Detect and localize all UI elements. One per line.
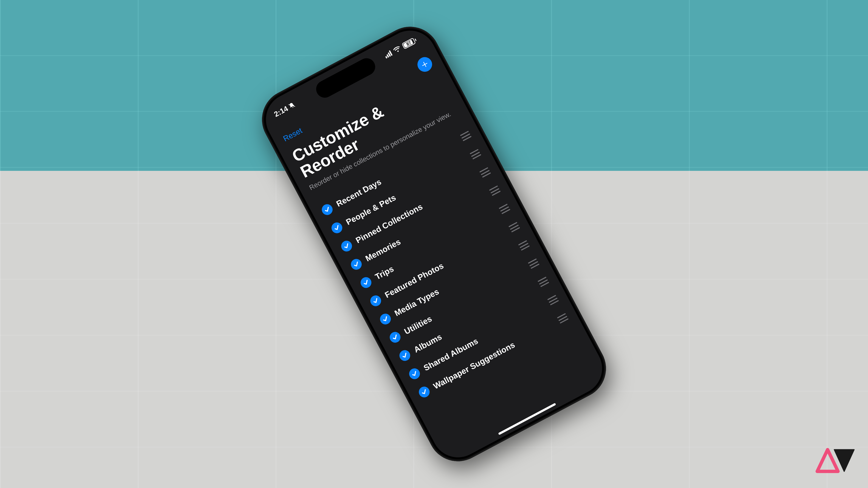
drag-handle-icon[interactable] [518, 240, 530, 251]
drag-handle-icon[interactable] [528, 258, 539, 269]
checkmark-toggle[interactable] [368, 293, 383, 308]
drag-handle-icon[interactable] [537, 277, 549, 287]
checkmark-toggle[interactable] [407, 366, 422, 381]
drag-handle-icon[interactable] [489, 186, 501, 196]
checkmark-toggle[interactable] [398, 348, 412, 363]
battery-percent: 87 [405, 40, 412, 47]
drag-handle-icon[interactable] [479, 167, 491, 178]
checkmark-toggle[interactable] [378, 312, 393, 326]
wifi-icon [393, 45, 402, 54]
drag-handle-icon[interactable] [508, 222, 520, 232]
drag-handle-icon[interactable] [499, 204, 510, 214]
bell-slash-icon [287, 101, 296, 110]
drag-handle-icon[interactable] [460, 131, 472, 141]
plus-icon [420, 59, 430, 69]
checkmark-toggle[interactable] [339, 239, 354, 254]
checkmark-toggle[interactable] [417, 385, 432, 399]
drag-handle-icon[interactable] [470, 149, 482, 159]
watermark-logo [808, 443, 855, 477]
checkmark-toggle[interactable] [320, 202, 335, 217]
drag-handle-icon[interactable] [557, 313, 568, 324]
checkmark-toggle[interactable] [359, 275, 373, 290]
cellular-icon [383, 51, 393, 59]
add-button[interactable] [415, 55, 435, 74]
checkmark-toggle[interactable] [349, 257, 364, 272]
reset-button[interactable]: Reset [282, 126, 304, 143]
battery-indicator: 87 [402, 37, 417, 49]
status-time: 2:14 [273, 104, 289, 118]
drag-handle-icon[interactable] [547, 295, 559, 305]
checkmark-toggle[interactable] [330, 221, 344, 235]
checkmark-toggle[interactable] [388, 330, 403, 345]
